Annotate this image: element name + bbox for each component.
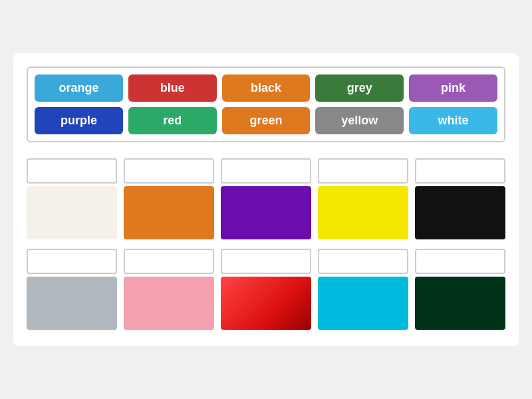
grey-swatch (27, 277, 117, 330)
word-tile-red[interactable]: red (128, 107, 217, 134)
word-tile-grey[interactable]: grey (315, 74, 404, 102)
word-bank: orangeblueblackgreypinkpurpleredgreenyel… (27, 66, 505, 142)
main-container: orangeblueblackgreypinkpurpleredgreenyel… (13, 53, 519, 346)
red-swatch (221, 277, 311, 330)
answer-box[interactable] (27, 158, 117, 184)
word-tile-blue[interactable]: blue (128, 74, 217, 102)
answer-box[interactable] (415, 249, 505, 274)
word-tile-white[interactable]: white (409, 107, 497, 134)
answer-box[interactable] (27, 249, 117, 274)
word-tile-orange[interactable]: orange (35, 74, 123, 102)
word-tile-green[interactable]: green (222, 107, 311, 134)
word-tile-pink[interactable]: pink (409, 74, 497, 102)
swatch-row-1 (27, 186, 505, 239)
answer-box[interactable] (221, 158, 311, 184)
yellow-swatch (318, 186, 408, 239)
answer-box[interactable] (124, 249, 214, 274)
word-tile-yellow[interactable]: yellow (315, 107, 404, 134)
answer-box[interactable] (318, 158, 408, 184)
answer-row-2 (27, 249, 505, 274)
green-swatch (415, 277, 505, 330)
answer-box[interactable] (415, 158, 505, 184)
blue-swatch (318, 277, 408, 330)
orange-swatch (124, 186, 214, 239)
match-section (27, 158, 505, 332)
answer-row-1 (27, 158, 505, 184)
word-tile-black[interactable]: black (222, 74, 311, 102)
answer-box[interactable] (124, 158, 214, 184)
answer-box[interactable] (221, 249, 311, 274)
swatch-row-2 (27, 277, 505, 330)
purple-swatch (221, 186, 311, 239)
black-swatch (415, 186, 505, 239)
word-tile-purple[interactable]: purple (35, 107, 123, 134)
pink-swatch (124, 277, 214, 330)
white-swatch (27, 186, 117, 239)
answer-box[interactable] (318, 249, 408, 274)
